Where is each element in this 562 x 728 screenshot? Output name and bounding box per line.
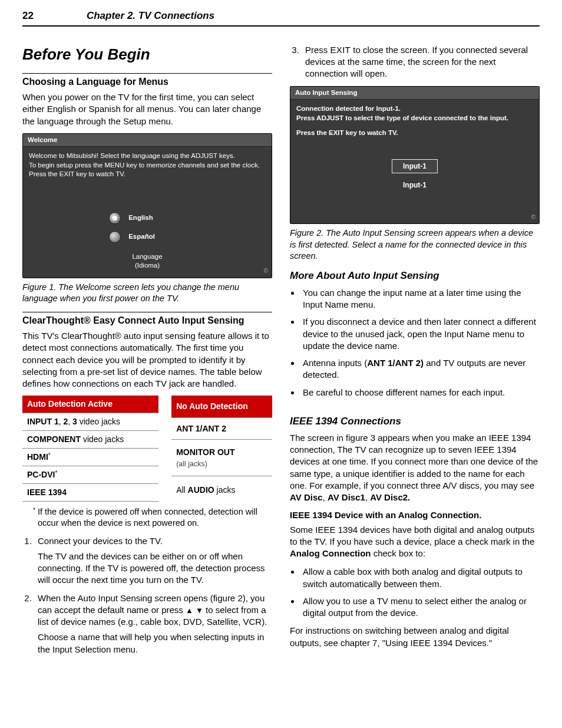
- body-text: Some IEEE 1394 devices have both digital…: [290, 524, 540, 560]
- copyright-icon: ©: [264, 267, 268, 275]
- subsection-heading: IEEE 1394 Connections: [290, 415, 540, 429]
- dialog-title: Auto Input Sensing: [290, 87, 539, 100]
- body-text: When you power on the TV for the first t…: [22, 91, 272, 127]
- list-item: Antenna inputs (ANT 1/ANT 2) and TV outp…: [300, 357, 540, 381]
- dialog-text: Press ADJUST to select the type of devic…: [296, 114, 533, 123]
- figure-caption: Figure 2. The Auto Input Sensing screen …: [290, 228, 540, 262]
- page-header: 22 Chapter 2. TV Connections: [22, 9, 540, 27]
- list-item: Be careful to choose different names for…: [300, 386, 540, 398]
- left-column: Before You Begin Choosing a Language for…: [22, 44, 272, 661]
- exit-key-label: EXIT: [330, 45, 351, 55]
- option-label: Español: [128, 233, 155, 240]
- table-cell: INPUT 1, 2, 3 video jacks: [22, 413, 158, 431]
- copyright-icon: ©: [531, 213, 535, 222]
- table-cell: PC-DVI*: [22, 466, 158, 483]
- input-name-box: Input-1: [392, 159, 438, 173]
- body-text: The TV and the devices can be either on …: [38, 551, 272, 587]
- dialog-title: Welcome: [23, 134, 272, 147]
- dialog-text: Press the EXIT key to watch TV.: [296, 129, 533, 138]
- caption-text: (Idioma): [135, 262, 160, 269]
- input-name-text: Input-1: [296, 180, 533, 190]
- steps-list-continued: Press EXIT to close the screen. If you c…: [302, 44, 540, 80]
- table-cell: HDMI*: [22, 448, 158, 466]
- list-item: Allow you to use a TV menu to select eit…: [300, 595, 540, 620]
- figure-2-screenshot: Auto Input Sensing Connection detected f…: [290, 86, 540, 225]
- up-arrow-icon: ▲: [186, 606, 193, 615]
- caption-text: Language: [132, 253, 162, 260]
- list-item: When the Auto Input Sensing screen opens…: [34, 592, 272, 655]
- table-auto-detection-active: Auto Detection Active INPUT 1, 2, 3 vide…: [22, 396, 158, 501]
- section-heading: Before You Begin: [22, 44, 272, 65]
- steps-list: Connect your devices to the TV. The TV a…: [34, 535, 272, 655]
- body-text: The screen in figure 3 appears when you …: [290, 432, 540, 504]
- body-text: This TV's ClearThought® auto input sensi…: [22, 330, 272, 390]
- footnote-text: * If the device is powered off when conn…: [22, 506, 272, 529]
- option-label: English: [128, 214, 153, 221]
- chapter-title: Chapter 2. TV Connections: [87, 9, 214, 23]
- list-item: If you disconnect a device and then late…: [300, 315, 540, 352]
- figure-caption: Figure 1. The Welcome screen lets you ch…: [22, 282, 272, 305]
- table-header: No Auto Detection: [171, 396, 272, 417]
- language-option-spanish: Español: [109, 231, 186, 243]
- bullet-list: Allow a cable box with both analog and d…: [300, 565, 540, 619]
- dialog-text: Welcome to Mitsubishi! Select the langua…: [29, 151, 266, 161]
- table-header: Auto Detection Active: [22, 396, 158, 413]
- dialog-text: Connection detected for Input-1.: [296, 104, 533, 114]
- detection-tables: Auto Detection Active INPUT 1, 2, 3 vide…: [22, 396, 272, 501]
- body-text: Choose a name that will help you when se…: [38, 631, 272, 655]
- sub-subheading: IEEE 1394 Device with an Analog Connecti…: [290, 509, 540, 521]
- list-item: You can change the input name at a later…: [300, 286, 540, 311]
- language-option-english: English: [109, 212, 186, 224]
- radio-unselected-icon: [109, 231, 121, 243]
- table-cell: ANT 1/ANT 2: [171, 417, 272, 440]
- dialog-text: Press the EXIT key to watch TV.: [29, 170, 266, 179]
- list-item: Connect your devices to the TV. The TV a…: [34, 535, 272, 587]
- table-cell: IEEE 1394: [22, 483, 158, 501]
- list-item: Press EXIT to close the screen. If you c…: [302, 44, 540, 80]
- radio-selected-icon: [109, 212, 121, 224]
- figure-1-screenshot: Welcome Welcome to Mitsubishi! Select th…: [22, 133, 272, 278]
- right-column: Press EXIT to close the screen. If you c…: [290, 44, 540, 661]
- body-text: For instructions on switching between an…: [290, 625, 540, 649]
- table-no-auto-detection: No Auto Detection ANT 1/ANT 2 MONITOR OU…: [171, 396, 272, 501]
- subsection-heading: ClearThought® Easy Connect Auto Input Se…: [22, 312, 272, 327]
- table-cell: All AUDIO jacks: [171, 476, 272, 501]
- list-item: Allow a cable box with both analog and d…: [300, 565, 540, 590]
- bullet-list: You can change the input name at a later…: [300, 286, 540, 398]
- dialog-text: To begin setup press the MENU key to mem…: [29, 161, 266, 170]
- down-arrow-icon: ▼: [196, 606, 203, 615]
- table-cell: MONITOR OUT (all jacks): [171, 440, 272, 476]
- page-number: 22: [22, 9, 34, 23]
- subsection-heading: Choosing a Language for Menus: [22, 73, 272, 88]
- subsection-heading: More About Auto Input Sensing: [290, 269, 540, 283]
- table-cell: COMPONENT video jacks: [22, 431, 158, 449]
